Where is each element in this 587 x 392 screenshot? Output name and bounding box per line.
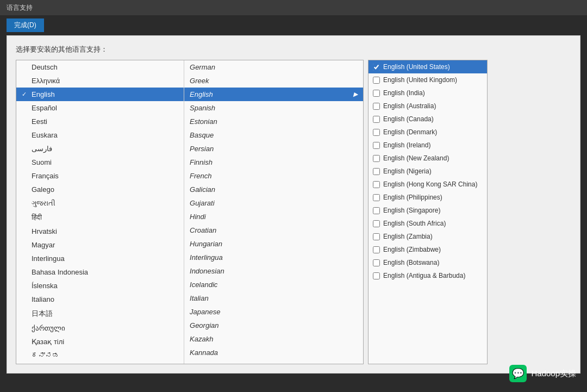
translation-list-item[interactable]: Kazakh — [184, 332, 363, 346]
variant-checkbox[interactable] — [373, 220, 380, 227]
translation-list-item[interactable]: Persian — [184, 142, 363, 155]
language-list-item[interactable]: Español — [16, 101, 184, 115]
language-native-label: 日本語 — [32, 309, 53, 319]
translation-list-item[interactable]: Hindi — [184, 210, 363, 223]
language-list-item[interactable]: Magyar — [16, 238, 184, 252]
variant-label: English (Antigua & Barbuda) — [383, 272, 465, 279]
variant-item[interactable]: English (Canada) — [369, 113, 487, 126]
variant-item[interactable]: English (United Kingdom) — [369, 73, 487, 86]
variant-checkbox[interactable] — [373, 181, 380, 188]
language-english-label: Basque — [190, 131, 214, 139]
variant-checkbox[interactable] — [373, 103, 380, 110]
translation-list-item[interactable]: English▶ — [184, 88, 363, 101]
language-list-item[interactable]: Italiano — [16, 293, 184, 306]
variant-item[interactable]: English (Antigua & Barbuda) — [369, 269, 487, 282]
translation-list-item[interactable]: Finnish — [184, 155, 363, 169]
variant-item[interactable]: English (Botswana) — [369, 256, 487, 269]
translation-list-item[interactable]: Spanish — [184, 101, 363, 115]
variant-label: English (Singapore) — [383, 207, 440, 214]
translation-list-item[interactable]: Galician — [184, 183, 363, 196]
language-list-item[interactable]: Eesti — [16, 115, 184, 128]
language-list-item[interactable]: ქართული — [16, 321, 184, 335]
language-list-item[interactable]: Ελληνικά — [16, 74, 184, 88]
variant-item[interactable]: English (Denmark) — [369, 126, 487, 139]
variant-checkbox[interactable] — [373, 246, 380, 253]
language-list-item[interactable]: ಕನ್ನಡ — [16, 349, 184, 362]
variant-checkbox[interactable] — [373, 259, 380, 266]
language-list-item[interactable]: Suomi — [16, 155, 184, 169]
language-list-item[interactable]: Galego — [16, 183, 184, 196]
translation-list-item[interactable]: German — [184, 60, 363, 74]
language-list-item[interactable]: 한국어 — [16, 362, 184, 364]
language-list-item[interactable]: Қазақ тілі — [16, 335, 184, 349]
language-native-label: Interlingua — [32, 254, 65, 263]
translation-list-item[interactable]: Interlingua — [184, 251, 363, 264]
translation-list-item[interactable]: Gujarati — [184, 196, 363, 210]
title-text: 语言支持 — [7, 3, 33, 13]
variant-checkbox[interactable] — [373, 90, 380, 97]
translation-list-item[interactable]: Greek — [184, 74, 363, 88]
variant-item[interactable]: English (Philippines) — [369, 191, 487, 204]
variant-label: English (Zimbabwe) — [383, 246, 441, 253]
translation-list-item[interactable]: Indonesian — [184, 264, 363, 278]
variant-checkbox[interactable] — [373, 77, 380, 84]
language-english-label: English — [190, 90, 213, 98]
variant-checkbox[interactable] — [373, 272, 380, 279]
variant-item[interactable]: English (Zambia) — [369, 230, 487, 243]
variant-item[interactable]: English (Zimbabwe) — [369, 243, 487, 256]
translation-list-item[interactable]: Korean — [184, 359, 363, 364]
language-english-label: Italian — [190, 294, 209, 302]
language-english-label: Georgian — [190, 321, 218, 329]
variant-checkbox[interactable] — [373, 64, 380, 71]
variant-checkbox[interactable] — [373, 116, 380, 123]
translation-list-item[interactable]: Croatian — [184, 223, 363, 237]
variant-item[interactable]: English (India) — [369, 86, 487, 99]
language-native-label: Eesti — [32, 117, 47, 126]
variant-item[interactable]: English (Australia) — [369, 99, 487, 113]
variant-item[interactable]: English (Hong Kong SAR China) — [369, 178, 487, 191]
language-list-item[interactable]: Bahasa Indonesia — [16, 265, 184, 279]
variant-checkbox[interactable] — [373, 142, 380, 149]
translation-list-item[interactable]: Italian — [184, 291, 363, 305]
language-list-item[interactable]: Íslenska — [16, 279, 184, 293]
variant-label: English (Philippines) — [383, 194, 442, 201]
language-native-label: Bahasa Indonesia — [32, 268, 88, 276]
translation-list-item[interactable]: Hungarian — [184, 237, 363, 251]
checkmark-icon: ✓ — [22, 91, 28, 98]
language-list-item[interactable]: हिंदी — [16, 210, 184, 225]
language-list-item[interactable]: Hrvatski — [16, 225, 184, 238]
translation-list-item[interactable]: French — [184, 169, 363, 183]
translation-list-item[interactable]: Japanese — [184, 305, 363, 319]
language-native-label: ಕನ್ನಡ — [32, 351, 59, 359]
variant-checkbox[interactable] — [373, 207, 380, 214]
translation-list-item[interactable]: Icelandic — [184, 278, 363, 291]
translation-list-item[interactable]: Basque — [184, 128, 363, 142]
language-list-item[interactable]: فارسی — [16, 142, 184, 155]
language-native-label: Hrvatski — [32, 227, 57, 235]
language-list-item[interactable]: Interlingua — [16, 252, 184, 265]
translation-list-item[interactable]: Estonian — [184, 115, 363, 128]
variant-item[interactable]: English (South Africa) — [369, 217, 487, 230]
language-list-item[interactable]: 日本語 — [16, 306, 184, 321]
language-english-label: Japanese — [190, 308, 220, 316]
variant-item[interactable]: English (Nigeria) — [369, 165, 487, 178]
variant-item[interactable]: English (United States) — [369, 60, 487, 73]
language-list-item[interactable]: Français — [16, 169, 184, 183]
expand-arrow-icon: ▶ — [353, 91, 358, 98]
translation-list-item[interactable]: Georgian — [184, 319, 363, 332]
language-list-item[interactable]: ✓English — [16, 88, 184, 101]
variant-checkbox[interactable] — [373, 168, 380, 175]
translation-list-item[interactable]: Kannada — [184, 346, 363, 359]
language-list-item[interactable]: ગુજરાતી — [16, 196, 184, 210]
variant-checkbox[interactable] — [373, 129, 380, 136]
language-list-item[interactable]: Deutsch — [16, 60, 184, 74]
language-list-item[interactable]: Euskara — [16, 128, 184, 142]
variant-item[interactable]: English (Singapore) — [369, 204, 487, 217]
variant-item[interactable]: English (New Zealand) — [369, 152, 487, 165]
variant-checkbox[interactable] — [373, 194, 380, 201]
variant-item[interactable]: English (Ireland) — [369, 139, 487, 152]
variant-checkbox[interactable] — [373, 155, 380, 162]
done-button[interactable]: 完成(D) — [7, 18, 44, 32]
variant-checkbox[interactable] — [373, 233, 380, 240]
variant-label: English (Denmark) — [383, 128, 437, 136]
